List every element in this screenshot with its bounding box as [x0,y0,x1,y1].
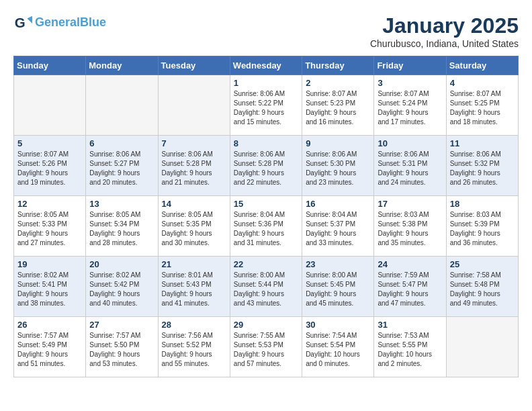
day-info: Sunrise: 8:07 AM Sunset: 5:26 PM Dayligh… [17,150,82,187]
calendar-cell: 12Sunrise: 8:05 AM Sunset: 5:33 PM Dayli… [14,196,86,257]
calendar-cell: 28Sunrise: 7:56 AM Sunset: 5:52 PM Dayli… [158,317,230,377]
day-number: 3 [378,78,442,88]
calendar-cell: 4Sunrise: 8:07 AM Sunset: 5:25 PM Daylig… [446,75,518,136]
day-number: 16 [306,199,370,209]
calendar-cell: 20Sunrise: 8:02 AM Sunset: 5:42 PM Dayli… [86,257,158,317]
day-number: 26 [17,320,82,330]
day-number: 25 [450,259,515,269]
day-info: Sunrise: 7:57 AM Sunset: 5:50 PM Dayligh… [89,331,154,369]
day-number: 5 [17,138,82,148]
svg-text:G: G [15,15,26,30]
day-info: Sunrise: 7:57 AM Sunset: 5:49 PM Dayligh… [17,331,82,369]
calendar-cell: 24Sunrise: 7:59 AM Sunset: 5:47 PM Dayli… [374,257,446,317]
calendar-cell [14,75,86,136]
calendar-cell: 8Sunrise: 8:06 AM Sunset: 5:28 PM Daylig… [230,136,302,196]
calendar-cell: 23Sunrise: 8:00 AM Sunset: 5:45 PM Dayli… [302,257,374,317]
page-title: January 2025 [370,13,519,38]
calendar-cell: 29Sunrise: 7:55 AM Sunset: 5:53 PM Dayli… [230,317,302,377]
day-info: Sunrise: 8:00 AM Sunset: 5:45 PM Dayligh… [306,271,370,308]
day-info: Sunrise: 8:05 AM Sunset: 5:33 PM Dayligh… [17,210,82,248]
calendar-cell: 10Sunrise: 8:06 AM Sunset: 5:31 PM Dayli… [374,136,446,196]
day-info: Sunrise: 8:07 AM Sunset: 5:23 PM Dayligh… [306,89,370,127]
day-info: Sunrise: 8:02 AM Sunset: 5:42 PM Dayligh… [89,271,154,308]
weekday-header-friday: Friday [374,56,446,75]
day-info: Sunrise: 7:54 AM Sunset: 5:54 PM Dayligh… [306,331,370,369]
page-header: G GeneralBlue January 2025 Churubusco, I… [13,13,519,49]
weekday-header-thursday: Thursday [302,56,374,75]
day-info: Sunrise: 8:06 AM Sunset: 5:27 PM Dayligh… [89,150,154,187]
weekday-header-tuesday: Tuesday [158,56,230,75]
day-info: Sunrise: 8:06 AM Sunset: 5:32 PM Dayligh… [450,150,515,187]
day-info: Sunrise: 8:07 AM Sunset: 5:25 PM Dayligh… [450,89,515,127]
weekday-header-row: SundayMondayTuesdayWednesdayThursdayFrid… [14,56,519,75]
calendar-week-row: 26Sunrise: 7:57 AM Sunset: 5:49 PM Dayli… [14,317,519,377]
weekday-header-sunday: Sunday [14,56,86,75]
day-info: Sunrise: 8:01 AM Sunset: 5:43 PM Dayligh… [162,271,226,308]
calendar-cell: 31Sunrise: 7:53 AM Sunset: 5:55 PM Dayli… [374,317,446,377]
day-number: 19 [17,259,82,269]
title-area: January 2025 Churubusco, Indiana, United… [370,13,519,49]
calendar-cell: 21Sunrise: 8:01 AM Sunset: 5:43 PM Dayli… [158,257,230,317]
day-number: 22 [234,259,298,269]
day-info: Sunrise: 7:59 AM Sunset: 5:47 PM Dayligh… [378,271,442,308]
day-info: Sunrise: 8:04 AM Sunset: 5:37 PM Dayligh… [306,210,370,248]
day-number: 12 [17,199,82,209]
calendar-cell: 11Sunrise: 8:06 AM Sunset: 5:32 PM Dayli… [446,136,518,196]
calendar-cell: 18Sunrise: 8:03 AM Sunset: 5:39 PM Dayli… [446,196,518,257]
calendar-cell: 7Sunrise: 8:06 AM Sunset: 5:28 PM Daylig… [158,136,230,196]
day-number: 4 [450,78,515,88]
day-info: Sunrise: 8:00 AM Sunset: 5:44 PM Dayligh… [234,271,298,308]
day-info: Sunrise: 8:03 AM Sunset: 5:38 PM Dayligh… [378,210,442,248]
day-number: 17 [378,199,442,209]
day-number: 11 [450,138,515,148]
day-info: Sunrise: 8:04 AM Sunset: 5:36 PM Dayligh… [234,210,298,248]
calendar-cell: 15Sunrise: 8:04 AM Sunset: 5:36 PM Dayli… [230,196,302,257]
calendar-cell: 27Sunrise: 7:57 AM Sunset: 5:50 PM Dayli… [86,317,158,377]
day-number: 2 [306,78,370,88]
day-info: Sunrise: 8:05 AM Sunset: 5:34 PM Dayligh… [89,210,154,248]
calendar-cell: 30Sunrise: 7:54 AM Sunset: 5:54 PM Dayli… [302,317,374,377]
calendar-cell: 13Sunrise: 8:05 AM Sunset: 5:34 PM Dayli… [86,196,158,257]
day-number: 18 [450,199,515,209]
day-number: 20 [89,259,154,269]
day-info: Sunrise: 7:56 AM Sunset: 5:52 PM Dayligh… [162,331,226,369]
calendar-week-row: 1Sunrise: 8:06 AM Sunset: 5:22 PM Daylig… [14,75,519,136]
calendar-cell: 6Sunrise: 8:06 AM Sunset: 5:27 PM Daylig… [86,136,158,196]
logo: G GeneralBlue [13,13,106,32]
calendar-cell: 16Sunrise: 8:04 AM Sunset: 5:37 PM Dayli… [302,196,374,257]
day-number: 8 [234,138,298,148]
day-info: Sunrise: 8:05 AM Sunset: 5:35 PM Dayligh… [162,210,226,248]
calendar-cell [446,317,518,377]
calendar-cell: 14Sunrise: 8:05 AM Sunset: 5:35 PM Dayli… [158,196,230,257]
weekday-header-saturday: Saturday [446,56,518,75]
calendar-week-row: 12Sunrise: 8:05 AM Sunset: 5:33 PM Dayli… [14,196,519,257]
day-number: 7 [162,138,226,148]
calendar-table: SundayMondayTuesdayWednesdayThursdayFrid… [13,56,519,377]
calendar-cell: 25Sunrise: 7:58 AM Sunset: 5:48 PM Dayli… [446,257,518,317]
day-number: 24 [378,259,442,269]
weekday-header-wednesday: Wednesday [230,56,302,75]
day-info: Sunrise: 8:06 AM Sunset: 5:28 PM Dayligh… [234,150,298,187]
calendar-week-row: 19Sunrise: 8:02 AM Sunset: 5:41 PM Dayli… [14,257,519,317]
calendar-cell: 5Sunrise: 8:07 AM Sunset: 5:26 PM Daylig… [14,136,86,196]
day-number: 30 [306,320,370,330]
calendar-cell: 17Sunrise: 8:03 AM Sunset: 5:38 PM Dayli… [374,196,446,257]
day-number: 13 [89,199,154,209]
day-info: Sunrise: 8:07 AM Sunset: 5:24 PM Dayligh… [378,89,442,127]
calendar-cell: 22Sunrise: 8:00 AM Sunset: 5:44 PM Dayli… [230,257,302,317]
day-info: Sunrise: 8:06 AM Sunset: 5:30 PM Dayligh… [306,150,370,187]
day-info: Sunrise: 7:53 AM Sunset: 5:55 PM Dayligh… [378,331,442,369]
calendar-week-row: 5Sunrise: 8:07 AM Sunset: 5:26 PM Daylig… [14,136,519,196]
day-number: 23 [306,259,370,269]
page-subtitle: Churubusco, Indiana, United States [370,38,519,49]
logo-icon: G [13,13,32,32]
day-number: 9 [306,138,370,148]
svg-marker-1 [28,16,32,24]
day-number: 28 [162,320,226,330]
day-number: 6 [89,138,154,148]
logo-text: GeneralBlue [35,16,106,30]
calendar-cell: 1Sunrise: 8:06 AM Sunset: 5:22 PM Daylig… [230,75,302,136]
weekday-header-monday: Monday [86,56,158,75]
day-number: 14 [162,199,226,209]
day-info: Sunrise: 8:06 AM Sunset: 5:28 PM Dayligh… [162,150,226,187]
